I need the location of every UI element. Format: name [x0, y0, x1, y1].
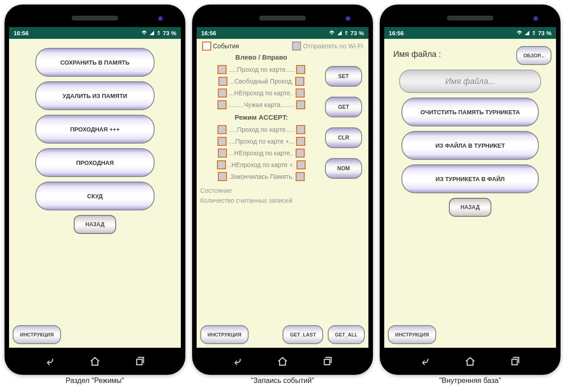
back-nav-icon[interactable]: [44, 355, 56, 367]
battery-icon: [532, 30, 536, 36]
home-nav-icon[interactable]: [89, 355, 101, 367]
delete-memory-button[interactable]: УДАЛИТЬ ИЗ ПАМЯТИ: [35, 81, 155, 110]
home-nav-icon[interactable]: [464, 355, 476, 367]
home-nav-icon[interactable]: [277, 355, 288, 367]
events-checkbox[interactable]: [202, 42, 211, 51]
walkway-button[interactable]: ПРОХОДНАЯ: [35, 148, 155, 177]
bottom-bar: ИНСТРУКЦИЯ GET_LAST GET_ALL: [200, 325, 365, 344]
cb-s1-1-right[interactable]: [295, 77, 304, 86]
get-button[interactable]: GET: [325, 97, 362, 117]
s2-row4: .Закончилась Память.: [200, 171, 322, 182]
side-buttons: SET GET CLR NOM: [325, 66, 362, 179]
filename-input[interactable]: Имя файла...: [399, 70, 541, 93]
phone-top: [197, 9, 368, 27]
sensor-dot: [533, 16, 538, 21]
screen: 16:56 73 % Имя файла : ОБЗОР... Имя файл…: [384, 27, 556, 348]
status-icons: 73 %: [516, 30, 551, 37]
instruction-button[interactable]: ИНСТРУКЦИЯ: [200, 325, 249, 344]
phone-database: 16:56 73 % Имя файла : ОБЗОР... Имя файл…: [380, 5, 561, 375]
set-button[interactable]: SET: [325, 66, 362, 87]
walkway-plus-button[interactable]: ПРОХОДНАЯ +++: [35, 115, 155, 144]
status-time: 16:56: [14, 30, 28, 37]
cb-s2-4-left[interactable]: [218, 172, 227, 181]
cb-s2-3-right[interactable]: [297, 160, 306, 169]
nav-bar: [9, 348, 181, 375]
s2-row3-label: ..НЕпроход по карте +.: [228, 161, 295, 168]
cb-s1-2-left[interactable]: [218, 89, 227, 98]
speaker-grille: [447, 16, 493, 20]
cb-s2-2-right[interactable]: [296, 149, 305, 158]
signal-icon: [149, 30, 155, 36]
clr-button[interactable]: CLR: [325, 127, 362, 148]
status-bar: 16:56 73 %: [9, 27, 181, 39]
cb-s1-3-right[interactable]: [296, 100, 305, 109]
save-memory-button[interactable]: СОХРАНИТЬ В ПАМЯТЬ: [35, 48, 155, 77]
signal-icon: [337, 30, 342, 36]
battery-icon: [344, 30, 349, 36]
status-time: 16:56: [201, 30, 216, 37]
speaker-grille: [259, 16, 306, 20]
s2-row3: ..НЕпроход по карте +.: [200, 159, 322, 171]
screen: 16:56 73 % События Отправлять по Wi-Fi: [197, 27, 368, 348]
cb-s1-3-left[interactable]: [217, 100, 226, 109]
sensor-dot: [158, 16, 163, 21]
recent-nav-icon[interactable]: [509, 355, 521, 367]
s1-row0: .....Проход по карте.....: [200, 64, 322, 75]
s1-row0-label: .....Проход по карте.....: [228, 66, 294, 73]
cb-s2-0-right[interactable]: [296, 125, 305, 134]
recent-nav-icon[interactable]: [134, 355, 146, 367]
get-all-button[interactable]: GET_ALL: [328, 325, 365, 344]
file-to-turnstile-button[interactable]: ИЗ ФАЙЛА В ТУРНИКЕТ: [401, 131, 539, 160]
section1-title: Влево / Вправо: [200, 53, 322, 61]
s2-row0: .....Проход по карте.....: [200, 124, 322, 135]
app-body-database: Имя файла : ОБЗОР... Имя файла... ОЧИТСТ…: [384, 39, 556, 348]
browse-button[interactable]: ОБЗОР...: [516, 46, 551, 65]
cb-s1-0-left[interactable]: [217, 65, 226, 74]
wifi-label: Отправлять по Wi-Fi: [303, 42, 363, 50]
caption-modes: Раздел "Режимы": [66, 377, 124, 385]
nav-bar: [197, 348, 368, 375]
filename-label: Имя файла :: [389, 43, 445, 59]
cb-s1-2-right[interactable]: [296, 89, 305, 98]
s1-row3: .........Чужая карта........: [200, 99, 322, 111]
back-nav-icon[interactable]: [419, 355, 431, 367]
s2-row2: ...НЕпроход по карте..: [200, 147, 322, 159]
phone-top: [384, 9, 556, 27]
back-nav-icon[interactable]: [231, 355, 243, 367]
recent-nav-icon[interactable]: [322, 355, 334, 367]
cb-s2-0-left[interactable]: [217, 125, 226, 134]
top-checkbox-row: События Отправлять по Wi-Fi: [200, 42, 365, 51]
turnstile-to-file-button[interactable]: ИЗ ТУРНИКЕТА В ФАЙЛ: [401, 164, 539, 193]
cb-s2-4-right[interactable]: [296, 172, 305, 181]
nom-button[interactable]: NOM: [325, 158, 362, 179]
phone-modes: 16:56 73 % СОХРАНИТЬ В ПАМЯТЬ УДАЛИТЬ ИЗ…: [5, 5, 185, 375]
cb-s1-1-left[interactable]: [218, 77, 227, 86]
clear-memory-button[interactable]: ОЧИТСТИТЬ ПАМЯТЬ ТУРНИКЕТА: [401, 98, 539, 126]
section2-title: Режим ACCEPT:: [200, 113, 322, 121]
wifi-checkbox[interactable]: [292, 42, 301, 51]
cb-s2-1-left[interactable]: [217, 137, 226, 146]
s1-row1: ...Свободный Проход.: [200, 75, 322, 87]
back-button[interactable]: НАЗАД: [74, 215, 116, 234]
cb-s2-2-left[interactable]: [218, 149, 227, 158]
skud-button[interactable]: СКУД: [35, 182, 155, 210]
cb-s2-3-left[interactable]: [217, 160, 226, 169]
bottom-bar: ИНСТРУКЦИЯ: [388, 325, 552, 344]
signal-icon: [524, 30, 530, 36]
instruction-button[interactable]: ИНСТРУКЦИЯ: [388, 325, 436, 344]
s2-row1-label: ....Проход по карте +...: [228, 138, 294, 145]
phone-top: [9, 9, 181, 27]
instruction-button[interactable]: ИНСТРУКЦИЯ: [13, 325, 61, 344]
s2-row4-label: .Закончилась Память.: [229, 173, 294, 180]
s1-row3-label: .........Чужая карта........: [228, 101, 295, 108]
status-bar: 16:56 73 %: [197, 27, 368, 39]
cb-s2-1-right[interactable]: [296, 137, 305, 146]
status-icons: 73 %: [329, 30, 364, 37]
get-last-button[interactable]: GET_LAST: [283, 325, 323, 344]
s2-row1: ....Проход по карте +...: [200, 135, 322, 147]
cb-s1-0-right[interactable]: [296, 65, 305, 74]
wifi-icon: [141, 30, 147, 36]
nav-bar: [384, 348, 556, 375]
back-button[interactable]: НАЗАД: [449, 198, 491, 217]
s1-row2-label: ...НЕпроход по карте..: [229, 89, 293, 97]
